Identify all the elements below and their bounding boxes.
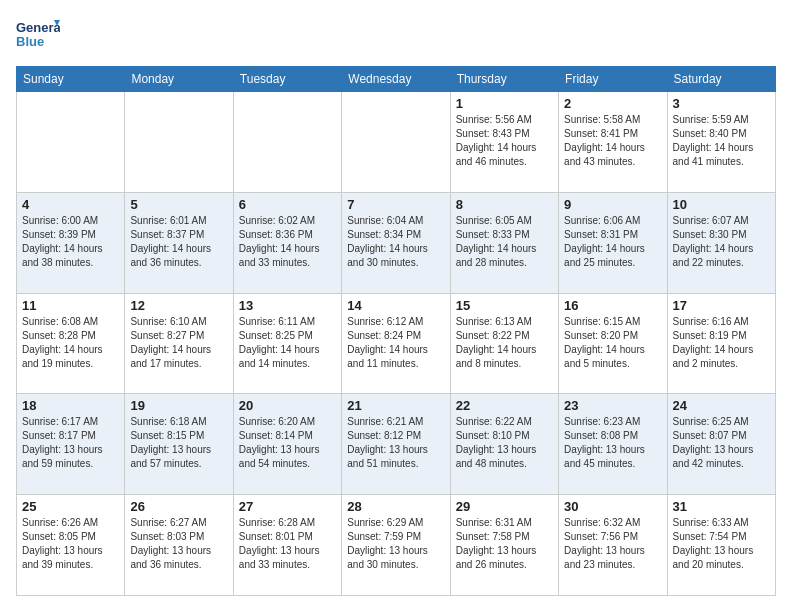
day-info: Sunrise: 6:29 AM Sunset: 7:59 PM Dayligh…	[347, 516, 444, 572]
day-number: 24	[673, 398, 770, 413]
day-cell	[125, 92, 233, 193]
day-number: 6	[239, 197, 336, 212]
calendar-table: SundayMondayTuesdayWednesdayThursdayFrid…	[16, 66, 776, 596]
day-cell: 10Sunrise: 6:07 AM Sunset: 8:30 PM Dayli…	[667, 192, 775, 293]
day-cell: 7Sunrise: 6:04 AM Sunset: 8:34 PM Daylig…	[342, 192, 450, 293]
day-cell: 13Sunrise: 6:11 AM Sunset: 8:25 PM Dayli…	[233, 293, 341, 394]
day-info: Sunrise: 6:04 AM Sunset: 8:34 PM Dayligh…	[347, 214, 444, 270]
day-info: Sunrise: 6:08 AM Sunset: 8:28 PM Dayligh…	[22, 315, 119, 371]
day-number: 30	[564, 499, 661, 514]
day-number: 25	[22, 499, 119, 514]
day-info: Sunrise: 6:27 AM Sunset: 8:03 PM Dayligh…	[130, 516, 227, 572]
day-info: Sunrise: 6:18 AM Sunset: 8:15 PM Dayligh…	[130, 415, 227, 471]
day-info: Sunrise: 6:21 AM Sunset: 8:12 PM Dayligh…	[347, 415, 444, 471]
day-number: 26	[130, 499, 227, 514]
day-info: Sunrise: 6:26 AM Sunset: 8:05 PM Dayligh…	[22, 516, 119, 572]
day-info: Sunrise: 6:22 AM Sunset: 8:10 PM Dayligh…	[456, 415, 553, 471]
day-number: 27	[239, 499, 336, 514]
day-number: 28	[347, 499, 444, 514]
day-number: 1	[456, 96, 553, 111]
day-cell: 11Sunrise: 6:08 AM Sunset: 8:28 PM Dayli…	[17, 293, 125, 394]
day-cell: 18Sunrise: 6:17 AM Sunset: 8:17 PM Dayli…	[17, 394, 125, 495]
day-info: Sunrise: 6:20 AM Sunset: 8:14 PM Dayligh…	[239, 415, 336, 471]
week-row-2: 4Sunrise: 6:00 AM Sunset: 8:39 PM Daylig…	[17, 192, 776, 293]
logo-svg: General Blue	[16, 16, 60, 56]
week-row-3: 11Sunrise: 6:08 AM Sunset: 8:28 PM Dayli…	[17, 293, 776, 394]
day-info: Sunrise: 5:56 AM Sunset: 8:43 PM Dayligh…	[456, 113, 553, 169]
day-cell: 25Sunrise: 6:26 AM Sunset: 8:05 PM Dayli…	[17, 495, 125, 596]
day-info: Sunrise: 6:05 AM Sunset: 8:33 PM Dayligh…	[456, 214, 553, 270]
day-number: 13	[239, 298, 336, 313]
day-cell: 29Sunrise: 6:31 AM Sunset: 7:58 PM Dayli…	[450, 495, 558, 596]
day-number: 5	[130, 197, 227, 212]
day-info: Sunrise: 6:00 AM Sunset: 8:39 PM Dayligh…	[22, 214, 119, 270]
day-cell: 14Sunrise: 6:12 AM Sunset: 8:24 PM Dayli…	[342, 293, 450, 394]
day-number: 4	[22, 197, 119, 212]
day-cell: 26Sunrise: 6:27 AM Sunset: 8:03 PM Dayli…	[125, 495, 233, 596]
day-info: Sunrise: 6:23 AM Sunset: 8:08 PM Dayligh…	[564, 415, 661, 471]
day-number: 21	[347, 398, 444, 413]
day-info: Sunrise: 6:16 AM Sunset: 8:19 PM Dayligh…	[673, 315, 770, 371]
day-number: 22	[456, 398, 553, 413]
day-info: Sunrise: 6:15 AM Sunset: 8:20 PM Dayligh…	[564, 315, 661, 371]
day-info: Sunrise: 6:06 AM Sunset: 8:31 PM Dayligh…	[564, 214, 661, 270]
day-cell: 20Sunrise: 6:20 AM Sunset: 8:14 PM Dayli…	[233, 394, 341, 495]
week-row-1: 1Sunrise: 5:56 AM Sunset: 8:43 PM Daylig…	[17, 92, 776, 193]
day-info: Sunrise: 5:59 AM Sunset: 8:40 PM Dayligh…	[673, 113, 770, 169]
svg-text:Blue: Blue	[16, 34, 44, 49]
day-info: Sunrise: 5:58 AM Sunset: 8:41 PM Dayligh…	[564, 113, 661, 169]
week-row-5: 25Sunrise: 6:26 AM Sunset: 8:05 PM Dayli…	[17, 495, 776, 596]
day-cell: 31Sunrise: 6:33 AM Sunset: 7:54 PM Dayli…	[667, 495, 775, 596]
day-cell: 4Sunrise: 6:00 AM Sunset: 8:39 PM Daylig…	[17, 192, 125, 293]
day-cell: 15Sunrise: 6:13 AM Sunset: 8:22 PM Dayli…	[450, 293, 558, 394]
day-cell: 12Sunrise: 6:10 AM Sunset: 8:27 PM Dayli…	[125, 293, 233, 394]
day-cell: 1Sunrise: 5:56 AM Sunset: 8:43 PM Daylig…	[450, 92, 558, 193]
weekday-wednesday: Wednesday	[342, 67, 450, 92]
weekday-monday: Monday	[125, 67, 233, 92]
svg-text:General: General	[16, 20, 60, 35]
day-number: 14	[347, 298, 444, 313]
day-cell: 17Sunrise: 6:16 AM Sunset: 8:19 PM Dayli…	[667, 293, 775, 394]
day-number: 3	[673, 96, 770, 111]
day-number: 15	[456, 298, 553, 313]
day-cell: 16Sunrise: 6:15 AM Sunset: 8:20 PM Dayli…	[559, 293, 667, 394]
day-cell	[233, 92, 341, 193]
day-cell: 5Sunrise: 6:01 AM Sunset: 8:37 PM Daylig…	[125, 192, 233, 293]
weekday-friday: Friday	[559, 67, 667, 92]
day-info: Sunrise: 6:11 AM Sunset: 8:25 PM Dayligh…	[239, 315, 336, 371]
day-info: Sunrise: 6:02 AM Sunset: 8:36 PM Dayligh…	[239, 214, 336, 270]
day-info: Sunrise: 6:17 AM Sunset: 8:17 PM Dayligh…	[22, 415, 119, 471]
day-cell	[17, 92, 125, 193]
day-number: 19	[130, 398, 227, 413]
day-number: 12	[130, 298, 227, 313]
weekday-sunday: Sunday	[17, 67, 125, 92]
day-cell: 30Sunrise: 6:32 AM Sunset: 7:56 PM Dayli…	[559, 495, 667, 596]
day-number: 9	[564, 197, 661, 212]
day-info: Sunrise: 6:12 AM Sunset: 8:24 PM Dayligh…	[347, 315, 444, 371]
day-info: Sunrise: 6:31 AM Sunset: 7:58 PM Dayligh…	[456, 516, 553, 572]
day-info: Sunrise: 6:25 AM Sunset: 8:07 PM Dayligh…	[673, 415, 770, 471]
day-cell: 2Sunrise: 5:58 AM Sunset: 8:41 PM Daylig…	[559, 92, 667, 193]
day-cell	[342, 92, 450, 193]
day-number: 7	[347, 197, 444, 212]
day-cell: 22Sunrise: 6:22 AM Sunset: 8:10 PM Dayli…	[450, 394, 558, 495]
day-number: 17	[673, 298, 770, 313]
header: General Blue	[16, 16, 776, 56]
day-number: 8	[456, 197, 553, 212]
weekday-thursday: Thursday	[450, 67, 558, 92]
day-cell: 3Sunrise: 5:59 AM Sunset: 8:40 PM Daylig…	[667, 92, 775, 193]
day-number: 29	[456, 499, 553, 514]
day-cell: 8Sunrise: 6:05 AM Sunset: 8:33 PM Daylig…	[450, 192, 558, 293]
day-cell: 21Sunrise: 6:21 AM Sunset: 8:12 PM Dayli…	[342, 394, 450, 495]
day-cell: 19Sunrise: 6:18 AM Sunset: 8:15 PM Dayli…	[125, 394, 233, 495]
logo: General Blue	[16, 16, 60, 56]
day-number: 10	[673, 197, 770, 212]
day-info: Sunrise: 6:10 AM Sunset: 8:27 PM Dayligh…	[130, 315, 227, 371]
day-cell: 6Sunrise: 6:02 AM Sunset: 8:36 PM Daylig…	[233, 192, 341, 293]
day-number: 16	[564, 298, 661, 313]
page: General Blue SundayMondayTuesdayWednesda…	[0, 0, 792, 612]
day-number: 11	[22, 298, 119, 313]
day-cell: 24Sunrise: 6:25 AM Sunset: 8:07 PM Dayli…	[667, 394, 775, 495]
day-info: Sunrise: 6:33 AM Sunset: 7:54 PM Dayligh…	[673, 516, 770, 572]
day-number: 31	[673, 499, 770, 514]
